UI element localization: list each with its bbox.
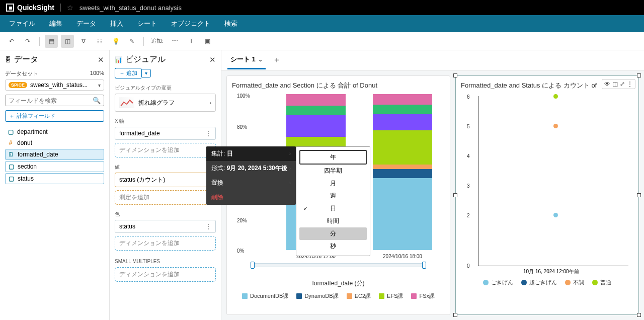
visual-type-select[interactable]: 折れ線グラフ › — [115, 94, 216, 112]
resize-handle[interactable] — [453, 313, 457, 317]
menu-file[interactable]: ファイル — [9, 19, 35, 28]
expand-icon[interactable]: ⤢ — [620, 81, 625, 88]
value-label: 値 — [115, 164, 216, 171]
more-icon[interactable]: ⋮ — [627, 81, 633, 88]
more-icon[interactable]: ⋮ — [205, 223, 211, 230]
undo-button[interactable]: ↶ — [5, 35, 18, 48]
menu-edit[interactable]: 編集 — [49, 19, 62, 28]
close-visual-panel[interactable]: ✕ — [209, 55, 216, 64]
color-field-well[interactable]: status ⋮ — [115, 220, 216, 233]
agg-year[interactable]: 年 — [299, 150, 367, 165]
chevron-down-icon[interactable]: ▾ — [141, 69, 151, 77]
visual-type-label: ビジュアルタイプの変更 — [115, 85, 216, 92]
swatch-icon — [411, 293, 417, 299]
string-icon: ▢ — [8, 175, 15, 182]
ctx-delete[interactable]: 削除 — [206, 190, 296, 205]
agg-month[interactable]: 月 — [299, 177, 367, 190]
resize-handle[interactable] — [637, 73, 641, 77]
search-icon: 🔍 — [93, 97, 101, 104]
toggle-data-panel[interactable]: ▤ — [45, 35, 58, 48]
dataset-name: sweets_with_status... — [30, 82, 88, 89]
data-panel: 🗄 データ ✕ データセット 100% SPICE sweets_with_st… — [0, 50, 110, 320]
search-input[interactable] — [9, 97, 93, 104]
agg-second[interactable]: 秒 — [299, 240, 367, 253]
chevron-down-icon[interactable]: ⌄ — [258, 56, 263, 63]
filter-icon[interactable]: ∇ — [77, 35, 90, 48]
range-slider[interactable] — [252, 263, 425, 267]
line-chart-icon — [119, 97, 134, 108]
field-search[interactable]: 🔍 — [5, 95, 104, 106]
data-point — [553, 124, 558, 128]
sheet-tabs: シート 1 ⌄ ＋ — [221, 50, 644, 70]
add-line-icon[interactable]: 〰 — [169, 35, 182, 48]
canvas: シート 1 ⌄ ＋ Formatted_date and Section による… — [221, 50, 644, 320]
agg-minute[interactable]: 分 — [299, 227, 367, 240]
more-icon[interactable]: ⋮ — [205, 130, 211, 137]
field-formatted-date[interactable]: 🗓formatted_date — [5, 149, 104, 160]
chart-count-by-status[interactable]: 👁 ◫ ⤢ ⋮ Formatted_date and Status による カウ… — [455, 75, 639, 315]
agg-week[interactable]: 週 — [299, 190, 367, 202]
dataset-chip[interactable]: SPICE sweets_with_status... ▾ — [5, 79, 104, 91]
menu-sheet[interactable]: シート — [137, 19, 157, 28]
value-field-well[interactable]: status (カウント) ⋮ — [115, 173, 216, 187]
field-department[interactable]: ▢department — [5, 127, 104, 137]
y-axis — [478, 96, 478, 266]
ctx-replace[interactable]: 置換 › — [206, 176, 296, 190]
add-sheet-button[interactable]: ＋ — [270, 55, 284, 65]
add-text-icon[interactable]: T — [185, 35, 198, 48]
xaxis-field-well[interactable]: formatted_date ⋮ — [115, 127, 216, 140]
slider-grip-left[interactable] — [251, 262, 255, 269]
resize-handle[interactable] — [637, 313, 641, 317]
close-data-panel[interactable]: ✕ — [98, 55, 104, 64]
data-point — [553, 213, 558, 217]
add-label: 追加: — [149, 37, 166, 45]
field-donut[interactable]: #donut — [5, 138, 104, 148]
add-image-icon[interactable]: ▣ — [201, 35, 214, 48]
data-panel-title: データ — [14, 54, 95, 65]
string-icon: ▢ — [8, 163, 15, 170]
slider-grip-right[interactable] — [422, 262, 426, 269]
field-status[interactable]: ▢status — [5, 173, 104, 184]
field-context-menu: 集計: 日 › 形式: 9月 20, 2024 5:30午後 › 置換 › 削除 — [206, 146, 296, 205]
favorite-icon[interactable]: ☆ — [67, 4, 73, 12]
ctx-format[interactable]: 形式: 9月 20, 2024 5:30午後 › — [206, 161, 296, 176]
visual-panel-icon: 📊 — [115, 56, 122, 63]
swatch-icon — [592, 280, 598, 285]
xaxis-add-dimension[interactable]: ディメンションを追加 — [115, 143, 216, 157]
maximize-icon[interactable]: 👁 — [604, 81, 610, 88]
agg-hour[interactable]: 時間 — [299, 215, 367, 227]
x-axis — [478, 266, 628, 266]
string-icon: ▢ — [7, 128, 14, 135]
sheet-tab-1[interactable]: シート 1 ⌄ — [227, 51, 266, 69]
add-visual-button[interactable]: ＋ 追加 ▾ — [115, 68, 216, 78]
agg-day[interactable]: ✓日 — [299, 202, 367, 215]
divider — [60, 4, 61, 12]
toggle-visual-panel[interactable]: ◫ — [61, 35, 74, 48]
swatch-icon — [347, 293, 352, 299]
menu-search[interactable]: 検索 — [224, 19, 237, 28]
resize-handle[interactable] — [637, 193, 641, 197]
menu-insert[interactable]: 挿入 — [110, 19, 123, 28]
color-add-dimension[interactable]: ディメンションを追加 — [115, 236, 216, 251]
resize-handle[interactable] — [453, 73, 457, 77]
small-multiples-add[interactable]: ディメンションを追加 — [115, 267, 216, 282]
settings-icon[interactable]: ◫ — [612, 81, 618, 88]
redo-button[interactable]: ↷ — [21, 35, 34, 48]
ctx-aggregate[interactable]: 集計: 日 › — [206, 146, 296, 161]
resize-handle[interactable] — [453, 193, 457, 197]
visual-type-name: 折れ線グラフ — [138, 99, 175, 107]
swatch-icon — [242, 293, 248, 299]
dataset-label: データセット — [5, 70, 38, 77]
field-section[interactable]: ▢section — [5, 161, 104, 172]
legend: ごきげん 超ごきげん 不調 普通 — [461, 279, 633, 286]
parameters-icon[interactable]: ⫶⫶ — [93, 35, 106, 48]
insights-icon[interactable]: 💡 — [109, 35, 122, 48]
value-add-measure[interactable]: 測定を追加 — [115, 190, 216, 205]
menu-object[interactable]: オブジェクト — [171, 19, 210, 28]
actions-icon[interactable]: ✎ — [125, 35, 138, 48]
xaxis-label: X 軸 — [115, 118, 216, 125]
calc-field-button[interactable]: ＋ 計算フィールド — [5, 110, 104, 122]
field-list: ▢department #donut 🗓formatted_date ▢sect… — [5, 127, 104, 184]
agg-quarter[interactable]: 四半期 — [299, 165, 367, 177]
menu-data[interactable]: データ — [76, 19, 96, 28]
